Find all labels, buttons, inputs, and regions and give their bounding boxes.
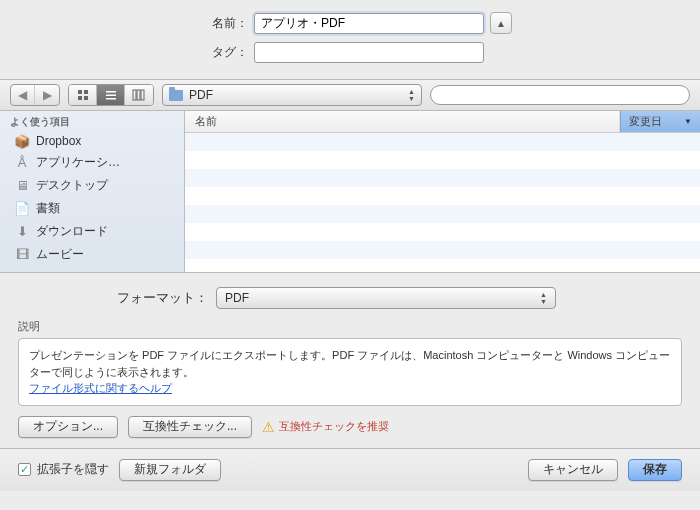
- description-text: プレゼンテーションを PDF ファイルにエクスポートします。PDF ファイルは、…: [29, 349, 670, 378]
- sidebar-item-label: アプリケーシ…: [36, 154, 120, 171]
- svg-rect-2: [78, 96, 82, 100]
- box-icon: 📦: [14, 134, 30, 148]
- name-tag-section: 名前： ▲ タグ：: [0, 0, 700, 79]
- save-button[interactable]: 保存: [628, 459, 682, 481]
- chevron-left-icon: ◀: [18, 88, 27, 102]
- updown-icon: ▲▼: [408, 88, 415, 102]
- checkbox-icon: ✓: [18, 463, 31, 476]
- icon-view-button[interactable]: [69, 85, 97, 105]
- options-button[interactable]: オプション...: [18, 416, 118, 438]
- toolbar: ◀ ▶ PDF ▲▼ 🔍: [0, 79, 700, 111]
- sidebar-item-documents[interactable]: 📄 書類: [0, 197, 184, 220]
- movies-icon: 🎞: [14, 248, 30, 262]
- chevron-right-icon: ▶: [43, 88, 52, 102]
- options-panel: フォーマット： PDF ▲▼ 説明 プレゼンテーションを PDF ファイルにエク…: [0, 273, 700, 448]
- warning-text: 互換性チェックを推奨: [279, 419, 389, 434]
- documents-icon: 📄: [14, 202, 30, 216]
- format-value: PDF: [225, 291, 249, 305]
- name-input[interactable]: [254, 13, 484, 34]
- svg-rect-8: [137, 90, 140, 100]
- sidebar-item-dropbox[interactable]: 📦 Dropbox: [0, 131, 184, 151]
- sidebar-item-downloads[interactable]: ⬇ ダウンロード: [0, 220, 184, 243]
- description-box: プレゼンテーションを PDF ファイルにエクスポートします。PDF ファイルは、…: [18, 338, 682, 406]
- hide-extension-checkbox[interactable]: ✓ 拡張子を隠す: [18, 461, 109, 478]
- sidebar: よく使う項目 📦 Dropbox Å アプリケーシ… 🖥 デスクトップ 📄 書類…: [0, 111, 185, 272]
- sidebar-header: よく使う項目: [0, 111, 184, 131]
- list-view-button[interactable]: [97, 85, 125, 105]
- warning-icon: ⚠: [262, 419, 275, 435]
- svg-rect-6: [106, 98, 116, 100]
- svg-rect-4: [106, 91, 116, 93]
- tag-label: タグ：: [188, 44, 248, 61]
- sidebar-item-movies[interactable]: 🎞 ムービー: [0, 243, 184, 266]
- help-link[interactable]: ファイル形式に関するヘルプ: [29, 382, 172, 394]
- file-list: 名前 変更日 ▼: [185, 111, 700, 272]
- column-name[interactable]: 名前: [185, 111, 620, 132]
- folder-icon: [169, 90, 183, 101]
- sort-indicator-icon: ▼: [684, 117, 692, 126]
- empty-file-rows: [185, 133, 700, 272]
- downloads-icon: ⬇: [14, 225, 30, 239]
- svg-rect-0: [78, 90, 82, 94]
- sidebar-item-label: 書類: [36, 200, 60, 217]
- footer: ✓ 拡張子を隠す 新規フォルダ キャンセル 保存: [0, 448, 700, 491]
- location-select[interactable]: PDF ▲▼: [162, 84, 422, 106]
- hide-extension-label: 拡張子を隠す: [37, 461, 109, 478]
- sidebar-item-label: ミュージック: [36, 269, 108, 272]
- view-group: [68, 84, 154, 106]
- sidebar-item-label: デスクトップ: [36, 177, 108, 194]
- compatibility-warning: ⚠ 互換性チェックを推奨: [262, 419, 389, 435]
- back-button[interactable]: ◀: [11, 85, 35, 105]
- svg-rect-7: [133, 90, 136, 100]
- collapse-button[interactable]: ▲: [490, 12, 512, 34]
- sidebar-item-music[interactable]: ♫ ミュージック: [0, 266, 184, 272]
- desktop-icon: 🖥: [14, 179, 30, 193]
- sidebar-item-label: ダウンロード: [36, 223, 108, 240]
- location-label: PDF: [189, 88, 213, 102]
- sidebar-item-applications[interactable]: Å アプリケーシ…: [0, 151, 184, 174]
- sidebar-item-label: Dropbox: [36, 134, 81, 148]
- columns-icon: [132, 89, 146, 101]
- name-label: 名前：: [188, 15, 248, 32]
- list-icon: [105, 89, 117, 101]
- column-view-button[interactable]: [125, 85, 153, 105]
- nav-group: ◀ ▶: [10, 84, 60, 106]
- svg-rect-1: [84, 90, 88, 94]
- forward-button[interactable]: ▶: [35, 85, 59, 105]
- search-input[interactable]: [430, 85, 690, 105]
- updown-icon: ▲▼: [540, 291, 547, 305]
- svg-rect-9: [141, 90, 144, 100]
- tag-input[interactable]: [254, 42, 484, 63]
- column-date[interactable]: 変更日 ▼: [620, 111, 700, 132]
- description-label: 説明: [18, 319, 682, 334]
- file-browser: よく使う項目 📦 Dropbox Å アプリケーシ… 🖥 デスクトップ 📄 書類…: [0, 111, 700, 273]
- applications-icon: Å: [14, 156, 30, 170]
- sidebar-item-label: ムービー: [36, 246, 84, 263]
- chevron-up-icon: ▲: [496, 18, 506, 29]
- new-folder-button[interactable]: 新規フォルダ: [119, 459, 221, 481]
- format-label: フォーマット：: [18, 289, 208, 307]
- cancel-button[interactable]: キャンセル: [528, 459, 618, 481]
- svg-rect-5: [106, 95, 116, 97]
- compatibility-check-button[interactable]: 互換性チェック...: [128, 416, 252, 438]
- grid-icon: [77, 89, 89, 101]
- music-icon: ♫: [14, 271, 30, 273]
- svg-rect-3: [84, 96, 88, 100]
- format-select[interactable]: PDF ▲▼: [216, 287, 556, 309]
- columns-header: 名前 変更日 ▼: [185, 111, 700, 133]
- sidebar-item-desktop[interactable]: 🖥 デスクトップ: [0, 174, 184, 197]
